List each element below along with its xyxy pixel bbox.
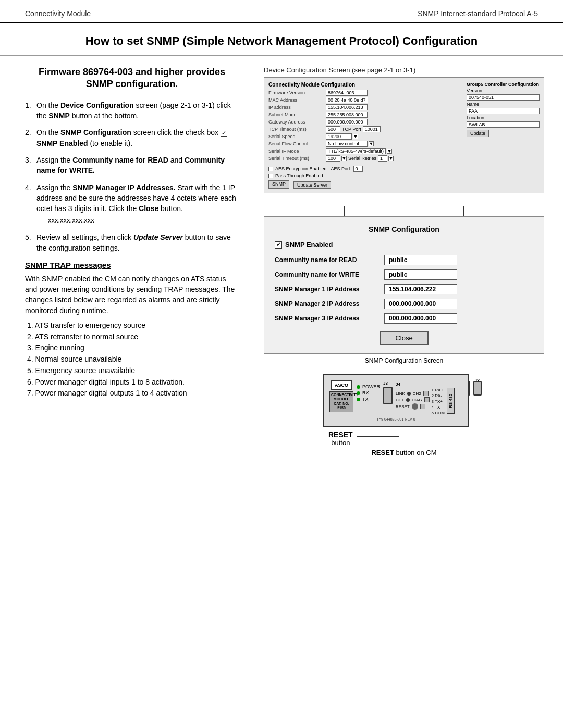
rs485-labels: 1 RX+ 2 RX- 3 TX+ 4 TX- 5 COM bbox=[432, 388, 445, 415]
header-left: Connectivity Module bbox=[25, 9, 91, 18]
trap-item-6: 6. Power manager digital inputs 1 to 8 a… bbox=[27, 377, 239, 388]
snmp-trap-heading: SNMP TRAP messages bbox=[25, 261, 239, 269]
ch1-dot bbox=[406, 398, 410, 402]
ctrl-row-2: CH1 DIAG bbox=[396, 397, 430, 402]
reset-line bbox=[357, 436, 399, 437]
dc-tcpt-label: TCP Timeout (ms) bbox=[268, 127, 326, 132]
reset-sublabel: button bbox=[331, 439, 350, 447]
dc-ss-dropdown[interactable]: ▼ bbox=[353, 134, 358, 139]
step-2-text: On the SNMP Configuration screen click t… bbox=[36, 127, 239, 149]
dc-mac-label: MAC Address bbox=[268, 97, 326, 103]
step-1: 1. On the Device Configuration screen (p… bbox=[25, 100, 239, 121]
dc-name-value: FAA bbox=[467, 108, 540, 114]
snmp-write-label: Community name for WRITE bbox=[275, 271, 384, 278]
reset-label-ctrl: RESET bbox=[396, 404, 410, 409]
arrow-connector bbox=[264, 206, 544, 216]
ctrl-row-3: RESET bbox=[396, 403, 430, 410]
dc-sim-label: Serial IF Mode bbox=[268, 149, 326, 154]
dc-gw-label: Gateway Address bbox=[268, 119, 326, 125]
snmp-mgr3-label: SNMP Manager 3 IP Address bbox=[275, 315, 384, 322]
reset-circle[interactable] bbox=[412, 403, 418, 410]
reset-on-cm-label: RESET button on CM bbox=[371, 449, 436, 456]
snmp-enabled-label: SNMP Enabled bbox=[285, 241, 333, 249]
trap-item-4: 4. Normal source unavailable bbox=[27, 354, 239, 365]
trap-item-2: 2. ATS retransfer to normal source bbox=[27, 331, 239, 343]
snmp-read-label: Community name for READ bbox=[275, 256, 384, 264]
snmp-close-button[interactable]: Close bbox=[380, 331, 428, 345]
reset-sq bbox=[420, 404, 425, 409]
tx-label: TX bbox=[362, 397, 369, 402]
snmp-read-value: public bbox=[384, 255, 457, 265]
dc-pass-label: Pass Through Enabled bbox=[275, 173, 323, 178]
dc-sim-dropdown[interactable]: ▼ bbox=[387, 149, 392, 154]
page-header: Connectivity Module SNMP Internet-standa… bbox=[0, 0, 563, 23]
dc-snmp-button[interactable]: SNMP bbox=[268, 180, 289, 189]
rx-indicator: RX bbox=[357, 390, 380, 396]
cm-container: J1 J2 ASCO CONNECTIVITYMODULECAT. NO. 51… bbox=[323, 374, 485, 427]
dc-st-label: Serial Timeout (ms) bbox=[268, 156, 326, 161]
asco-text: ASCO bbox=[335, 382, 348, 388]
dc-st-value: 100 bbox=[326, 155, 340, 162]
cm-box: ASCO CONNECTIVITYMODULECAT. NO. 5150 POW… bbox=[323, 374, 469, 427]
reset-label-area: RESET button bbox=[328, 430, 490, 447]
trap-item-3: 3. Engine running bbox=[27, 342, 239, 354]
snmp-enabled-checkbox[interactable]: ✓ bbox=[275, 241, 282, 249]
cm-indicators: POWER RX TX bbox=[357, 384, 380, 402]
dc-version-label: Version bbox=[467, 88, 540, 93]
snmp-mgr2-label: SNMP Manager 2 IP Address bbox=[275, 300, 384, 307]
step-1-num: 1. bbox=[25, 100, 36, 121]
rs485-5: 5 COM bbox=[432, 411, 445, 415]
dc-st-dropdown[interactable]: ▼ bbox=[341, 156, 347, 161]
dc-update-button[interactable]: Update bbox=[467, 130, 489, 137]
trap-item-1: 1. ATS transfer to emergency source bbox=[27, 320, 239, 331]
dc-tcpt-value: 500 bbox=[326, 126, 340, 132]
snmp-mgr2-value: 000.000.000.000 bbox=[384, 299, 457, 309]
ch2-sq bbox=[423, 391, 429, 396]
trap-item-7: 7. Power manager digital outputs 1 to 4 … bbox=[27, 388, 239, 399]
dc-fw-label: Firmware Version bbox=[268, 90, 326, 95]
right-column: Device Configuration Screen (see page 2-… bbox=[255, 56, 563, 467]
j3-connector bbox=[383, 387, 393, 404]
link-label: LINK bbox=[396, 391, 405, 396]
j2-connector bbox=[473, 381, 482, 396]
snmp-config-title: SNMP Configuration bbox=[275, 225, 533, 233]
cm-diagram-area: J1 J2 ASCO CONNECTIVITYMODULECAT. NO. 51… bbox=[264, 374, 544, 456]
step-2: 2. On the SNMP Configuration screen clic… bbox=[25, 127, 239, 149]
dc-subnet-value: 255.255.008.000 bbox=[326, 112, 368, 118]
snmp-mgr1-value: 155.104.006.222 bbox=[384, 284, 457, 294]
dc-aesport-value: 0 bbox=[353, 166, 363, 172]
cm-asco-logo: ASCO bbox=[331, 380, 352, 390]
step-4: 4. Assign the SNMP Manager IP Addresses.… bbox=[25, 182, 239, 226]
step-3-text: Assign the Community name for READ and C… bbox=[36, 155, 239, 176]
dc-sr-dropdown[interactable]: ▼ bbox=[388, 156, 394, 161]
dc-ss-value: 19200 bbox=[326, 133, 352, 140]
step-1-text: On the Device Configuration screen (page… bbox=[36, 100, 239, 121]
dc-pass-check bbox=[268, 174, 273, 178]
dc-sf-label: Serial Flow Control bbox=[268, 141, 326, 146]
dc-version-value: 007540-051 bbox=[467, 94, 540, 101]
rs485-3: 3 TX+ bbox=[432, 399, 445, 404]
dc-update-server-button[interactable]: Update Server bbox=[293, 181, 331, 189]
dc-gw-value: 000.000.000.000 bbox=[326, 119, 368, 125]
rs485-label-box: RS-485 bbox=[447, 388, 455, 414]
dc-sf-value: No flow control bbox=[326, 141, 368, 147]
diag-label: DIAG bbox=[412, 398, 422, 402]
snmp-trap-desc: With SNMP enabled the CM can notify chan… bbox=[25, 274, 239, 316]
dc-ip-label: IP address bbox=[268, 105, 326, 110]
cm-module-label: CONNECTIVITYMODULECAT. NO. 5150 bbox=[329, 391, 353, 412]
tx-indicator: TX bbox=[357, 397, 380, 402]
dc-sf-dropdown[interactable]: ▼ bbox=[369, 141, 374, 146]
snmp-mgr3-value: 000.000.000.000 bbox=[384, 313, 457, 324]
rs485-4: 4 TX- bbox=[432, 405, 445, 410]
rs485-1: 1 RX+ bbox=[432, 388, 445, 392]
page-title: How to set SNMP (Simple Network Manageme… bbox=[0, 23, 563, 56]
ch2-label: CH2 bbox=[413, 391, 421, 396]
cm-controls: LINK CH2 CH1 DIAG bbox=[396, 391, 430, 411]
dc-sr-label: Serial Retries bbox=[348, 156, 376, 161]
dc-location-label: Location bbox=[467, 115, 540, 120]
snmp-mgr3-row: SNMP Manager 3 IP Address 000.000.000.00… bbox=[275, 313, 533, 324]
power-indicator: POWER bbox=[357, 384, 380, 389]
snmp-mgr1-label: SNMP Manager 1 IP Address bbox=[275, 286, 384, 293]
step-3-num: 3. bbox=[25, 155, 36, 176]
step-5-text: Review all settings, then click Update S… bbox=[36, 232, 239, 253]
